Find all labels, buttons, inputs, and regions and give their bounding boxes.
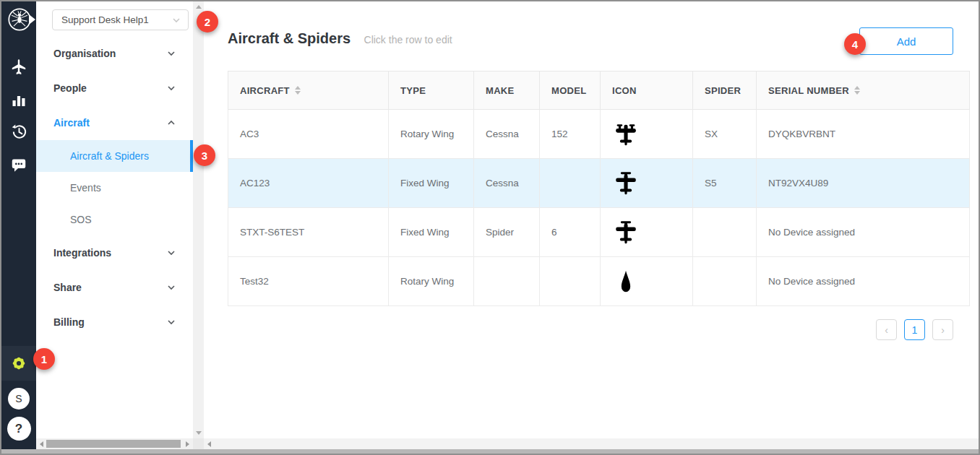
column-header-make: MAKE: [474, 72, 540, 110]
cell-model: 6: [540, 208, 601, 257]
sidebar-item-label: Aircraft: [53, 117, 167, 129]
column-header-serial-number[interactable]: SERIAL NUMBER: [757, 72, 970, 110]
plane-twin-icon: [612, 121, 692, 148]
column-header-icon: ICON: [601, 72, 693, 110]
help-icon: ?: [15, 422, 22, 436]
sidebar-item-events[interactable]: Events: [36, 172, 193, 204]
table-row-selected[interactable]: AC123 Fixed Wing Cessna S5 NT92VX4U89: [228, 159, 970, 208]
help-button[interactable]: ?: [7, 417, 31, 441]
chevron-down-icon: [167, 319, 176, 325]
settings-button[interactable]: [1, 346, 36, 381]
cell-icon: [601, 159, 693, 208]
cell-make: Cessna: [474, 110, 540, 159]
icon-rail: S ?: [1, 1, 36, 449]
rail-messages-icon[interactable]: [1, 148, 36, 181]
cell-spider: S5: [693, 159, 757, 208]
gear-icon: [9, 354, 28, 373]
cell-aircraft: STXT-S6TEST: [228, 208, 389, 257]
annotation-badge-4: 4: [844, 33, 866, 55]
cell-icon: [601, 110, 693, 159]
scrollbar-corner: [193, 438, 204, 449]
column-header-model: MODEL: [540, 72, 601, 110]
scrollbar-thumb[interactable]: [46, 440, 181, 448]
sidebar-item-sos[interactable]: SOS: [36, 204, 193, 235]
column-label: TYPE: [400, 85, 426, 96]
column-header-spider: SPIDER: [693, 72, 757, 110]
cell-aircraft: AC3: [228, 110, 389, 159]
organisation-selector[interactable]: Support Desk Help1: [52, 9, 189, 30]
annotation-badge-1: 1: [33, 348, 55, 370]
column-label: SERIAL NUMBER: [768, 85, 849, 96]
column-label: ICON: [612, 85, 637, 96]
sidebar-item-share[interactable]: Share: [36, 270, 193, 305]
sidebar-item-label: Integrations: [53, 247, 167, 259]
scroll-up-icon[interactable]: [196, 5, 202, 9]
cell-make: [474, 257, 540, 306]
sidebar-item-label: Billing: [53, 316, 167, 328]
main-horizontal-scrollbar[interactable]: [204, 438, 979, 449]
spidertracks-logo[interactable]: [1, 1, 36, 38]
chevron-down-icon: [167, 250, 176, 256]
cell-spider: [693, 257, 757, 306]
cell-aircraft: Test32: [228, 257, 389, 306]
sidebar-item-label: Share: [53, 282, 167, 293]
user-avatar[interactable]: S: [8, 388, 30, 410]
droplet-icon: [612, 268, 692, 295]
column-header-aircraft[interactable]: AIRCRAFT: [228, 72, 389, 110]
sidebar-item-label: People: [53, 82, 167, 94]
sort-icon[interactable]: [854, 86, 860, 95]
chat-bubble-icon: [10, 156, 27, 173]
sidebar-item-label: Organisation: [53, 48, 167, 59]
table-row[interactable]: AC3 Rotary Wing Cessna 152 SX DYQKBVRBNT: [228, 110, 970, 159]
table-row[interactable]: Test32 Rotary Wing No Device assigned: [228, 257, 970, 306]
sidebar-item-label: Aircraft & Spiders: [70, 150, 149, 162]
sidebar-item-label: Events: [70, 182, 101, 194]
sidebar-item-organisation[interactable]: Organisation: [36, 36, 193, 71]
cell-model: [540, 257, 601, 306]
scroll-right-icon[interactable]: [186, 441, 189, 447]
sidebar-item-aircraft-and-spiders[interactable]: Aircraft & Spiders: [36, 140, 193, 172]
pagination-prev-button[interactable]: ‹: [876, 319, 897, 340]
pagination-next-button[interactable]: ›: [932, 319, 953, 340]
chevron-up-icon: [167, 120, 176, 126]
cell-icon: [601, 257, 693, 306]
organisation-selector-value: Support Desk Help1: [61, 14, 172, 25]
sidebar-item-integrations[interactable]: Integrations: [36, 235, 193, 270]
page-subtitle: Click the row to edit: [364, 34, 452, 46]
scroll-left-icon[interactable]: [207, 441, 211, 447]
cell-serial-number: DYQKBVRBNT: [757, 110, 970, 159]
cell-spider: [693, 208, 757, 257]
rail-aircraft-icon[interactable]: [1, 51, 36, 83]
bar-chart-icon: [10, 91, 27, 108]
rail-history-icon[interactable]: [1, 116, 36, 148]
cell-model: [540, 159, 601, 208]
add-button[interactable]: Add: [859, 27, 953, 55]
rail-reports-icon[interactable]: [1, 83, 36, 116]
chevron-down-icon: [167, 85, 176, 91]
main-content: Aircraft & Spiders Click the row to edit…: [204, 1, 979, 438]
cell-serial-number: NT92VX4U89: [757, 159, 970, 208]
cell-serial-number: No Device assigned: [757, 257, 970, 306]
chevron-down-icon: [172, 17, 181, 23]
cell-type: Fixed Wing: [389, 208, 474, 257]
logo-pointer-arrow: [29, 14, 35, 25]
annotation-badge-2: 2: [197, 11, 218, 32]
window-bottom-edge: [1, 449, 979, 454]
history-clock-icon: [10, 123, 28, 141]
table-row[interactable]: STXT-S6TEST Fixed Wing Spider 6 No Devic…: [228, 208, 970, 257]
rail-bottom-section: S ?: [1, 346, 36, 449]
sidebar-item-aircraft[interactable]: Aircraft: [36, 105, 193, 140]
sort-icon[interactable]: [295, 86, 301, 95]
sidebar-item-people[interactable]: People: [36, 71, 193, 105]
cell-type: Fixed Wing: [389, 159, 474, 208]
sidebar-item-billing[interactable]: Billing: [36, 305, 193, 339]
sidebar-horizontal-scrollbar[interactable]: [36, 438, 193, 449]
scroll-down-icon[interactable]: [196, 431, 202, 435]
pagination-page-1-button[interactable]: 1: [904, 319, 925, 340]
cell-icon: [601, 208, 693, 257]
table-header-row: AIRCRAFT TYPE MAKE MODEL ICON SPIDER SER…: [228, 72, 970, 110]
vertical-scrollbar[interactable]: [193, 1, 204, 438]
scroll-left-icon[interactable]: [40, 441, 43, 447]
cell-aircraft: AC123: [228, 159, 389, 208]
cell-serial-number: No Device assigned: [757, 208, 970, 257]
